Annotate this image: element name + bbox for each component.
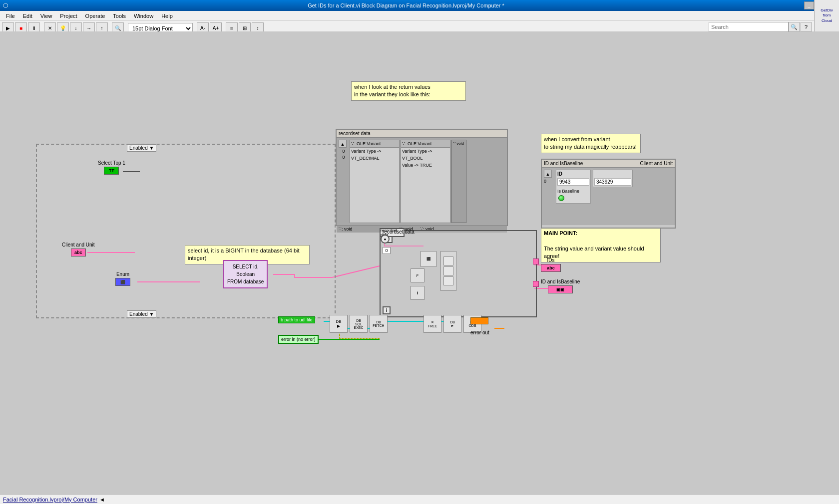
output-tunnel-1 xyxy=(533,258,539,264)
status-bar: Facial Recognition.lvproj/My Computer ◄ xyxy=(0,494,839,504)
sql-line1: SELECT id, xyxy=(227,263,264,270)
for-loop-structure: N i 0 ⬛ F i xyxy=(380,230,537,317)
i-terminal[interactable]: i xyxy=(383,306,391,314)
enabled-label-bottom: Enabled ▼ xyxy=(129,311,154,317)
enum-block: Enum ⬛ xyxy=(115,271,130,286)
recordset-data-near-loop: recordset data xyxy=(383,229,415,235)
client-unit-terminal[interactable]: abc xyxy=(71,249,86,256)
top-annotation-line1: when I look at the return values xyxy=(354,83,463,91)
col1-line2: VT_DECIMAL xyxy=(350,155,399,162)
db-open-block[interactable]: DB▶ xyxy=(330,315,348,333)
sql-line3: FROM database xyxy=(227,278,264,285)
db-block-2[interactable]: DB► xyxy=(443,315,461,333)
client-unit-block: Client and Unit abc xyxy=(62,242,95,256)
top-annotation: when I look at the return values in the … xyxy=(351,81,466,101)
id-isbaseline-output-block: ID and IsBaseline ▣▣ xyxy=(541,279,580,293)
ids-label: IDs xyxy=(547,257,555,263)
inner-node-1[interactable]: ⬛ xyxy=(420,251,436,267)
menu-window[interactable]: Window xyxy=(130,12,157,20)
recordset-node[interactable]: ● xyxy=(381,235,390,244)
main-point-title: MAIN POINT: xyxy=(544,230,658,237)
enabled-selector-top[interactable]: Enabled ▼ xyxy=(127,144,156,152)
recordset-title-top: recordset data xyxy=(337,130,507,138)
select-top1-terminal[interactable]: TF xyxy=(104,167,119,175)
sql-line2: Boolean xyxy=(227,270,264,278)
recordset-window-top: recordset data ▲ 0 0 ∵: OLE Variant Vari… xyxy=(336,129,508,226)
right-annotation-line1: when I convert from variant xyxy=(544,136,638,143)
enum-label: Enum xyxy=(116,271,129,277)
scroll-up-1[interactable]: ▲ xyxy=(339,140,347,148)
bottom1: ∵: void xyxy=(339,227,353,232)
path-udl-label: b path to udl file xyxy=(281,317,313,322)
outer-container-left: Enabled ▼ Enabled ▼ xyxy=(36,144,336,318)
db-free-block[interactable]: ✕FREE xyxy=(423,315,441,333)
minimize-button[interactable]: _ xyxy=(804,1,814,9)
select-top1-label: Select Top 1 xyxy=(98,160,125,166)
col1-header: ∵: OLE Variant xyxy=(350,140,399,148)
menu-project[interactable]: Project xyxy=(56,12,81,20)
enabled-selector-bottom[interactable]: Enabled ▼ xyxy=(127,310,156,318)
menu-tools[interactable]: Tools xyxy=(109,12,130,20)
zero-value-1: 0 xyxy=(383,247,391,254)
ids-terminal[interactable]: abc xyxy=(541,264,561,272)
sql-box[interactable]: SELECT id, Boolean FROM database xyxy=(223,260,268,288)
enabled-label-top: Enabled ▼ xyxy=(129,145,154,151)
error-out-block-small xyxy=(470,317,488,324)
id-col-header: ID xyxy=(557,171,589,177)
col2-line3: Value -> TRUE xyxy=(401,162,450,169)
col2-header: ∵: OLE Variant xyxy=(401,140,450,148)
main-point-body: The string value and variant value shoul… xyxy=(544,245,658,260)
path-udl-terminal[interactable]: b path to udl file xyxy=(278,316,315,323)
isbaseline-led xyxy=(558,195,564,201)
search-input[interactable] xyxy=(709,22,789,32)
app-icon: ⬡ xyxy=(3,2,8,9)
top-annotation-line2: in the variant they look like this: xyxy=(354,91,463,98)
id-window-title: ID and IsBaseline Client and Unit xyxy=(542,160,675,168)
help-button[interactable]: ? xyxy=(801,22,812,32)
db-sql-block[interactable]: DBSQLEXEC xyxy=(350,315,368,333)
db-fetch-block[interactable]: DBFETCH xyxy=(370,315,388,333)
menu-edit[interactable]: Edit xyxy=(19,12,36,20)
client-unit-value: 343929 xyxy=(594,178,631,186)
get-div-button[interactable]: GetDivfromCloud xyxy=(814,0,839,31)
client-unit-label: Client and Unit xyxy=(62,242,95,248)
error-in-label: error in (no error) xyxy=(281,337,316,342)
col1-line1: Variant Type -> xyxy=(350,148,399,155)
status-arrow: ◄ xyxy=(99,497,105,503)
col3: ∵ void xyxy=(451,140,466,223)
id-isbaseline-out-label: ID and IsBaseline xyxy=(541,279,580,284)
output-tunnel-2 xyxy=(533,281,539,287)
menu-file[interactable]: File xyxy=(2,12,19,20)
error-in-terminal[interactable]: error in (no error) xyxy=(278,335,319,344)
right-annotation-line2: to string my data magically reappears! xyxy=(544,143,638,151)
menu-view[interactable]: View xyxy=(36,12,56,20)
inner-node-2[interactable]: F xyxy=(411,268,424,282)
id-title-left: ID and IsBaseline xyxy=(544,161,583,166)
get-div-label: GetDivfromCloud xyxy=(821,8,833,23)
menu-operate[interactable]: Operate xyxy=(81,12,109,20)
search-area: 🔍 ? xyxy=(709,22,812,32)
menu-bar: File Edit View Project Operate Tools Win… xyxy=(0,11,839,21)
diagram-canvas[interactable]: when I look at the return values in the … xyxy=(0,31,839,494)
menu-help[interactable]: Help xyxy=(157,12,177,20)
select-top1-block: Select Top 1 TF xyxy=(98,160,125,175)
isbaseline-label: Is Baseline xyxy=(557,189,589,194)
error-out-label: error out xyxy=(470,330,489,335)
search-button[interactable]: 🔍 xyxy=(789,22,800,32)
id-scroll[interactable]: ▲ xyxy=(544,170,552,178)
inner-node-3[interactable]: i xyxy=(411,286,424,300)
col2-line1: Variant Type -> xyxy=(401,148,450,155)
id-window: ID and IsBaseline Client and Unit ▲ 0 ID… xyxy=(541,159,676,229)
id-title-right: Client and Unit xyxy=(640,161,673,166)
id-value: 9943 xyxy=(557,178,589,186)
right-annotation: when I convert from variant to string my… xyxy=(541,134,641,153)
project-link[interactable]: Facial Recognition.lvproj/My Computer xyxy=(3,497,97,503)
ids-output-block: IDs abc xyxy=(541,257,561,272)
window-title: Get IDs for a Client.vi Block Diagram on… xyxy=(308,2,504,8)
id-isbaseline-terminal[interactable]: ▣▣ xyxy=(548,285,573,293)
title-bar: ⬡ Get IDs for a Client.vi Block Diagram … xyxy=(0,0,839,11)
array-node[interactable] xyxy=(440,251,456,291)
col2-line2: VT_BOOL xyxy=(401,155,450,162)
enum-terminal[interactable]: ⬛ xyxy=(115,278,130,286)
